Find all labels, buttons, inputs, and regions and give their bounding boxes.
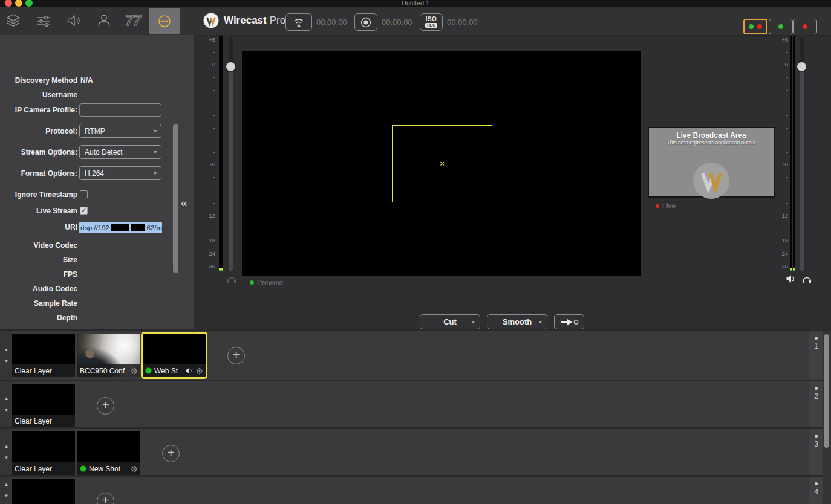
layer-dot-icon xyxy=(815,337,818,340)
wirecast-watermark-icon xyxy=(692,162,730,199)
add-shot-button[interactable]: + xyxy=(162,445,180,462)
volume-slider-track[interactable] xyxy=(800,37,804,271)
shot-clear-layer[interactable]: Clear Layer xyxy=(12,384,75,427)
tab-effects-77[interactable]: 77 xyxy=(121,8,145,33)
tab-shot-properties[interactable] xyxy=(31,8,56,33)
checkbox[interactable]: ✓ xyxy=(80,207,88,215)
meter-scale-label: - xyxy=(202,225,215,231)
dropdown-select[interactable]: RTMP▾ xyxy=(79,124,161,138)
live-area-subtitle: This area represents application output xyxy=(649,140,774,146)
settings-field-row: IP Camera Profile: xyxy=(0,103,194,117)
preview-status-dot xyxy=(250,280,254,285)
layer-up-button[interactable]: ▲ xyxy=(4,347,9,352)
meter-scale-label: 0 xyxy=(202,62,215,68)
shot-label-strip: Web St ⚙ xyxy=(143,364,206,377)
transition-second-value: Smooth xyxy=(503,317,532,326)
speaker-icon xyxy=(66,13,82,28)
add-shot-button[interactable]: + xyxy=(227,347,245,364)
shot-name: Clear Layer xyxy=(15,465,52,473)
uri-input[interactable]: rtsp://192...62/m xyxy=(79,222,162,233)
shot-clear-layer[interactable]: Clear Layer xyxy=(12,334,75,377)
view-both-button[interactable] xyxy=(743,19,767,34)
meter-scale-label: - xyxy=(775,149,788,155)
shot-clear-layer[interactable]: Clear Layer xyxy=(12,479,75,504)
tab-source-properties-active[interactable] xyxy=(149,8,180,34)
layer-dot-icon xyxy=(815,482,818,485)
meter-scale-label: - xyxy=(775,112,788,118)
wirecast-window: Untitled 1 xyxy=(0,0,831,504)
text-input[interactable] xyxy=(79,103,161,117)
speaker-output-icon[interactable] xyxy=(786,274,796,284)
volume-slider-knob[interactable] xyxy=(226,62,235,71)
settings-field-row: Stream Options:Auto Detect▾ xyxy=(0,146,194,159)
view-preview-only-button[interactable] xyxy=(769,19,793,34)
dropdown-select[interactable]: H.264▾ xyxy=(79,166,161,180)
preview-canvas[interactable]: × xyxy=(242,51,641,276)
meter-scale-label: - xyxy=(202,149,215,155)
shot-bcc950-conf[interactable]: BCC950 Conf⚙ xyxy=(77,334,140,377)
meter-scale-label: +6 xyxy=(775,37,788,43)
volume-slider-track[interactable] xyxy=(229,37,233,271)
shot-label-strip: Clear Layer xyxy=(12,462,75,475)
gear-icon[interactable]: ⚙ xyxy=(130,465,138,473)
transition-first-dropdown[interactable]: Cut ▾ xyxy=(420,314,480,329)
iso-record-button[interactable]: ISO REC xyxy=(420,13,443,31)
window-title: Untitled 1 xyxy=(0,0,831,7)
field-label: Live Stream xyxy=(36,204,77,218)
layer-up-button[interactable]: ▲ xyxy=(4,482,9,487)
shot-clear-layer[interactable]: Clear Layer xyxy=(12,431,75,475)
shot-selection-rect[interactable]: × xyxy=(392,125,492,202)
stream-button[interactable] xyxy=(285,13,312,31)
add-shot-button[interactable]: + xyxy=(97,397,114,415)
shot-name: BCC950 Conf xyxy=(80,367,125,375)
layer-reorder-controls: ▲ ▼ xyxy=(0,477,13,504)
shot-live-indicator xyxy=(145,367,152,374)
volume-slider-knob[interactable] xyxy=(797,62,806,71)
layer-number-tile[interactable]: 3 xyxy=(809,429,823,475)
settings-field-row: Size xyxy=(0,253,194,267)
live-dot-icon xyxy=(803,24,807,29)
shot-list-scrollbar[interactable] xyxy=(824,334,829,448)
shot-web-st[interactable]: Web St ⚙ xyxy=(143,334,206,377)
layer-up-button[interactable]: ▲ xyxy=(4,444,9,449)
meter-scale-label: - xyxy=(775,49,788,55)
preview-dot-icon xyxy=(778,24,783,29)
go-transition-button[interactable] xyxy=(554,314,584,329)
selection-center-handle[interactable]: × xyxy=(440,159,445,168)
record-button[interactable] xyxy=(354,13,377,31)
live-label: Live xyxy=(662,202,676,210)
meter-scale-label: -6 xyxy=(202,161,215,167)
layer-down-button[interactable]: ▼ xyxy=(4,359,9,364)
checkbox[interactable] xyxy=(80,190,88,198)
layer-down-button[interactable]: ▼ xyxy=(4,408,9,413)
meter-scale-label: - xyxy=(202,49,215,55)
tab-chroma-key[interactable] xyxy=(92,8,116,33)
meter-scale-label: - xyxy=(202,200,215,206)
view-live-only-button[interactable] xyxy=(793,19,817,34)
meter-scale-label: - xyxy=(775,200,788,206)
shot-label-strip: New Shot⚙ xyxy=(77,462,140,475)
headphone-monitor-icon[interactable] xyxy=(226,273,237,284)
layer-up-button[interactable]: ▲ xyxy=(4,396,9,401)
meter-scale-label: - xyxy=(775,74,788,80)
settings-field-row: Audio Codec xyxy=(0,282,194,296)
meter-scale-label: -36 xyxy=(775,263,788,270)
tab-shot-layers[interactable] xyxy=(1,8,25,33)
shot-new-shot[interactable]: New Shot⚙ xyxy=(77,431,140,475)
dropdown-select[interactable]: Auto Detect▾ xyxy=(79,145,161,159)
live-broadcast-area: Live Broadcast Area This area represents… xyxy=(648,127,775,198)
transition-second-dropdown[interactable]: Smooth ▾ xyxy=(487,314,547,329)
layer-number-tile[interactable]: 2 xyxy=(809,381,823,427)
gear-icon[interactable]: ⚙ xyxy=(130,367,138,375)
tab-audio-properties[interactable] xyxy=(62,8,86,33)
headphone-monitor-icon[interactable] xyxy=(801,273,812,284)
layer-down-button[interactable]: ▼ xyxy=(4,456,9,460)
layer-number-tile[interactable]: 1 xyxy=(809,331,823,380)
titlebar: Untitled 1 xyxy=(0,0,831,7)
layer-down-button[interactable]: ▼ xyxy=(4,494,9,499)
source-settings-panel: « Discovery MethodN/AUsernameIP Camera P… xyxy=(0,35,194,329)
shot-audio-icon[interactable] xyxy=(185,367,193,375)
add-shot-button[interactable]: + xyxy=(97,493,114,504)
gear-icon[interactable]: ⚙ xyxy=(195,367,203,375)
layer-number-tile[interactable]: 4 xyxy=(809,477,823,504)
